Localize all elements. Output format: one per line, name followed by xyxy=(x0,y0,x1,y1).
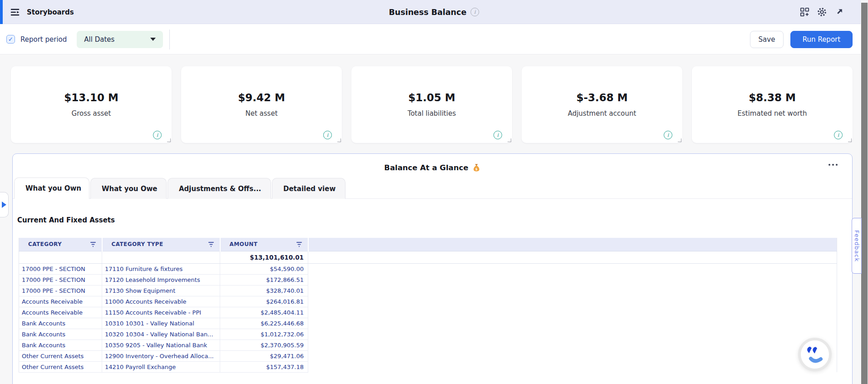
kpi-label: Adjustment account xyxy=(568,109,636,118)
category-cell[interactable]: Bank Accounts xyxy=(19,340,102,350)
storyboards-menu-icon[interactable] xyxy=(10,7,21,18)
resize-corner-icon[interactable] xyxy=(508,138,511,142)
table-row[interactable]: 17000 PPE - SECTION17120 Leasehold Impro… xyxy=(19,274,837,285)
amount-cell[interactable]: $1,012,732.06 xyxy=(220,329,308,340)
run-report-button[interactable]: Run Report xyxy=(790,31,853,48)
kpi-card-net-asset: $9.42 M Net asset i xyxy=(181,66,342,143)
category-cell[interactable]: Bank Accounts xyxy=(19,318,102,329)
report-period-value: All Dates xyxy=(84,35,150,44)
resize-corner-icon[interactable] xyxy=(848,138,852,142)
panel-title: Balance At a Glance xyxy=(384,163,468,172)
table-row[interactable]: Bank Accounts10320 10304 - Valley Nation… xyxy=(19,329,837,340)
amount-cell[interactable]: $2,485,404.11 xyxy=(220,307,308,318)
kpi-info-icon[interactable]: i xyxy=(664,131,672,139)
kpi-value: $13.10 M xyxy=(64,92,118,103)
category-type-cell[interactable]: 17120 Leasehold Improvements xyxy=(102,274,220,285)
kpi-value: $-3.68 M xyxy=(576,92,627,103)
table-row[interactable]: Bank Accounts10310 10301 - Valley Nation… xyxy=(19,318,837,329)
category-type-cell[interactable]: 12900 Inventory - Overhead Alloca... xyxy=(102,350,220,361)
expand-arrow-icon[interactable] xyxy=(833,7,844,18)
panel-tabs: What you Own What you Owe Adjustments & … xyxy=(13,177,852,199)
table-row[interactable]: Accounts Receivable11000 Accounts Receiv… xyxy=(19,296,837,307)
scrollbar-thumb[interactable] xyxy=(861,3,868,384)
filter-icon[interactable] xyxy=(208,241,214,249)
report-period-checkbox[interactable]: ✓ xyxy=(6,35,15,44)
assets-table: CATEGORY CATEGORY TYPE xyxy=(19,238,837,373)
table-row[interactable]: Accounts Receivable11150 Accounts Receiv… xyxy=(19,307,837,318)
category-cell[interactable]: Other Current Assets xyxy=(19,350,102,361)
column-header-category-type[interactable]: CATEGORY TYPE xyxy=(102,238,220,251)
kpi-cards-row: $13.10 M Gross asset i $9.42 M Net asset… xyxy=(11,66,853,143)
report-period-dropdown[interactable]: All Dates xyxy=(77,31,163,48)
filter-icon[interactable] xyxy=(90,241,96,249)
category-type-cell[interactable]: 10310 10301 - Valley National xyxy=(102,318,220,329)
tab-what-you-own[interactable]: What you Own xyxy=(14,177,89,199)
report-period-label: Report period xyxy=(20,35,67,44)
amount-cell[interactable]: $2,370,905.59 xyxy=(220,340,308,350)
column-header-amount[interactable]: AMOUNT xyxy=(220,238,308,251)
kpi-info-icon[interactable]: i xyxy=(834,131,843,139)
amount-cell[interactable]: $6,225,446.68 xyxy=(220,318,308,329)
amount-cell[interactable]: $264,016.81 xyxy=(220,296,308,307)
amount-cell[interactable]: $54,590.00 xyxy=(220,263,308,274)
kpi-label: Total liabilities xyxy=(408,109,456,118)
kpi-value: $9.42 M xyxy=(238,92,285,103)
amount-cell[interactable]: $328,740.01 xyxy=(220,285,308,296)
settings-gear-icon[interactable] xyxy=(816,7,827,18)
category-cell[interactable]: 17000 PPE - SECTION xyxy=(19,274,102,285)
category-cell[interactable]: Accounts Receivable xyxy=(19,296,102,307)
tab-adjustments-offsets[interactable]: Adjustments & Offs... xyxy=(168,178,271,199)
category-cell[interactable]: 17000 PPE - SECTION xyxy=(19,263,102,274)
section-heading: Current And Fixed Assets xyxy=(17,216,852,224)
chat-help-widget[interactable] xyxy=(798,338,832,371)
table-row[interactable]: Other Current Assets12900 Inventory - Ov… xyxy=(19,350,837,361)
panel-more-options-icon[interactable] xyxy=(829,164,838,166)
add-widget-grid-icon[interactable] xyxy=(799,7,810,18)
tab-detailed-view[interactable]: Detailed view xyxy=(272,178,345,199)
table-row[interactable]: 17000 PPE - SECTION17130 Show Equipment$… xyxy=(19,285,837,296)
category-type-cell[interactable]: 10320 10304 - Valley National Ban... xyxy=(102,329,220,340)
save-button[interactable]: Save xyxy=(750,31,784,48)
kpi-info-icon[interactable]: i xyxy=(493,131,502,139)
amount-cell[interactable]: $157,437.18 xyxy=(220,361,308,372)
title-info-icon[interactable]: i xyxy=(471,8,479,16)
kpi-info-icon[interactable]: i xyxy=(153,131,162,139)
filter-icon[interactable] xyxy=(296,241,302,249)
tab-what-you-owe[interactable]: What you Owe xyxy=(90,178,167,199)
table-row[interactable]: Bank Accounts10350 9205 - Valley Nationa… xyxy=(19,340,837,350)
category-type-cell[interactable]: 11150 Accounts Receivable - PPI xyxy=(102,307,220,318)
category-type-cell[interactable]: 10350 9205 - Valley National Bank xyxy=(102,340,220,350)
spacer-cell xyxy=(308,274,837,285)
sidebar-expand-handle[interactable] xyxy=(0,192,9,217)
category-cell xyxy=(19,251,102,263)
spacer-cell xyxy=(308,296,837,307)
kpi-value: $1.05 M xyxy=(408,92,455,103)
category-cell[interactable]: Bank Accounts xyxy=(19,329,102,340)
category-cell[interactable]: Other Current Assets xyxy=(19,361,102,372)
table-total-row[interactable]: $13,101,610.01 xyxy=(19,251,837,263)
nav-label[interactable]: Storyboards xyxy=(27,8,74,16)
balance-at-a-glance-panel: Balance At a Glance $ What you Own What … xyxy=(12,153,853,384)
moneybag-icon: $ xyxy=(472,163,481,172)
spacer-cell xyxy=(308,361,837,372)
table-row[interactable]: 17000 PPE - SECTION17110 Furniture & fix… xyxy=(19,263,837,274)
category-type-cell[interactable]: 14210 Payroll Exchange xyxy=(102,361,220,372)
asset-table-body: $13,101,610.01 17000 PPE - SECTION17110 … xyxy=(19,251,837,372)
chevron-right-icon xyxy=(2,202,6,208)
kpi-label: Net asset xyxy=(245,109,277,118)
kpi-info-icon[interactable]: i xyxy=(323,131,332,139)
resize-corner-icon[interactable] xyxy=(167,138,171,142)
category-cell[interactable]: Accounts Receivable xyxy=(19,307,102,318)
table-row[interactable]: Other Current Assets14210 Payroll Exchan… xyxy=(19,361,837,372)
category-cell[interactable]: 17000 PPE - SECTION xyxy=(19,285,102,296)
category-type-cell[interactable]: 17110 Furniture & fixtures xyxy=(102,263,220,274)
amount-cell[interactable]: $172,866.51 xyxy=(220,274,308,285)
resize-corner-icon[interactable] xyxy=(678,138,681,142)
column-header-category[interactable]: CATEGORY xyxy=(19,238,102,251)
spacer-cell xyxy=(308,263,837,274)
category-type-cell[interactable]: 17130 Show Equipment xyxy=(102,285,220,296)
amount-cell[interactable]: $29,471.06 xyxy=(220,350,308,361)
category-type-cell[interactable]: 11000 Accounts Receivable xyxy=(102,296,220,307)
feedback-tab[interactable]: Feedback xyxy=(852,218,862,274)
resize-corner-icon[interactable] xyxy=(337,138,341,142)
